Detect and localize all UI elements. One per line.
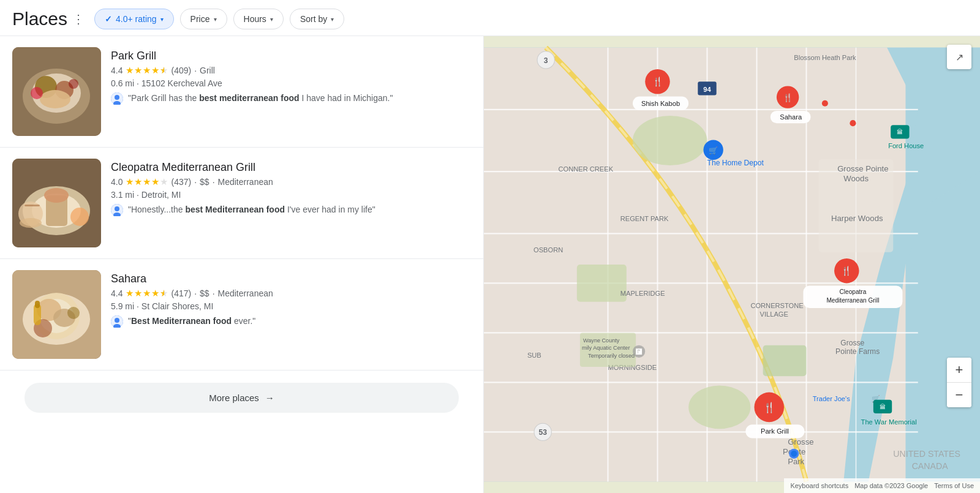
star-3: ★ (143, 65, 151, 76)
svg-text:🏛: 🏛 (897, 129, 903, 135)
cuisine-type: Grill (200, 66, 215, 75)
map-expand-button[interactable]: ↗ (947, 45, 971, 69)
review-count: (409) (171, 66, 191, 75)
place-name: Sahara (111, 273, 471, 285)
svg-rect-31 (35, 301, 40, 308)
review-text: "Park Grill has the best mediterranean f… (128, 92, 393, 105)
svg-text:🏛: 🏛 (880, 404, 886, 410)
svg-text:Wayne County: Wayne County (583, 337, 620, 344)
svg-text:Ford House: Ford House (888, 142, 924, 149)
main-content: Park Grill 4.4 ★ ★ ★ ★ ★ ★ (409) · (0, 36, 980, 493)
svg-text:🍴: 🍴 (783, 92, 793, 103)
place-info: Cleopatra Mediterranean Grill 4.0 ★ ★ ★ … (111, 159, 471, 216)
svg-text:Grosse: Grosse (840, 339, 864, 347)
rating-number: 4.0 (111, 177, 123, 187)
star-1: ★ (126, 288, 134, 299)
star-half: ★ ★ (160, 65, 168, 76)
place-image (12, 159, 101, 247)
rating-row: 4.4 ★ ★ ★ ★ ★ ★ (417) · $$ · (111, 288, 471, 299)
svg-text:94: 94 (703, 86, 711, 93)
map-data: Map data ©2023 Google (854, 482, 928, 489)
address: 15102 Kercheval Ave (141, 78, 222, 88)
expand-icon: ↗ (956, 51, 963, 63)
address: St Clair Shores, MI (141, 301, 213, 311)
list-item[interactable]: Park Grill 4.4 ★ ★ ★ ★ ★ ★ (409) · (0, 36, 483, 148)
place-image (12, 270, 101, 359)
place-info: Park Grill 4.4 ★ ★ ★ ★ ★ ★ (409) · (111, 47, 471, 105)
review-count: (437) (171, 177, 191, 187)
svg-text:Sahara: Sahara (780, 113, 802, 121)
svg-text:🍴: 🍴 (841, 265, 852, 276)
place-name: Cleopatra Mediterranean Grill (111, 161, 471, 174)
svg-text:MAPLERIDGE: MAPLERIDGE (620, 290, 665, 297)
star-3: ★ (143, 288, 151, 299)
distance: 0.6 mi (111, 78, 134, 88)
review-count: (417) (171, 288, 191, 298)
more-options-icon[interactable]: ⋮ (72, 12, 85, 26)
chevron-down-icon: ▾ (331, 16, 334, 23)
svg-text:mily Aquatic Center: mily Aquatic Center (582, 345, 630, 351)
review-row: "Park Grill has the best mediterranean f… (111, 92, 471, 105)
svg-point-52 (633, 116, 707, 165)
avatar (111, 92, 123, 105)
price-filter[interactable]: Price ▾ (180, 9, 227, 29)
star-5: ★ (160, 176, 168, 187)
svg-text:Mediterranean Grill: Mediterranean Grill (826, 297, 879, 304)
star-4: ★ (151, 176, 159, 187)
svg-point-7 (69, 79, 78, 89)
arrow-icon: → (265, 393, 274, 403)
zoom-out-button[interactable]: − (947, 383, 971, 407)
location-row: 3.1 mi · Detroit, MI (111, 190, 471, 200)
svg-text:Shish Kabob: Shish Kabob (641, 100, 680, 107)
food-image-svg (12, 270, 101, 359)
keyboard-shortcuts[interactable]: Keyboard shortcuts (790, 482, 848, 489)
svg-point-15 (44, 188, 69, 203)
star-2: ★ (134, 288, 142, 299)
review-text: "Honestly...the best Mediterranean food … (128, 203, 375, 216)
stars: ★ ★ ★ ★ ★ ★ (126, 65, 168, 76)
price: $$ (200, 177, 209, 187)
avatar (111, 204, 123, 216)
svg-text:Harper Woods: Harper Woods (831, 214, 883, 223)
svg-point-18 (70, 208, 89, 226)
chevron-down-icon: ▾ (270, 16, 273, 23)
svg-point-99 (822, 100, 828, 107)
svg-point-34 (115, 318, 119, 323)
list-item[interactable]: Sahara 4.4 ★ ★ ★ ★ ★ ★ (417) · (0, 259, 483, 371)
rating-row: 4.0 ★ ★ ★ ★ ★ (437) · $$ · Mediterranean (111, 176, 471, 187)
review-row: "Honestly...the best Mediterranean food … (111, 203, 471, 216)
check-icon: ✓ (105, 14, 112, 24)
sortby-filter[interactable]: Sort by ▾ (290, 9, 344, 29)
star-half: ★ ★ (160, 288, 168, 299)
stars: ★ ★ ★ ★ ★ (126, 176, 168, 187)
svg-rect-53 (577, 265, 627, 302)
place-image (12, 47, 101, 136)
svg-text:SUB: SUB (527, 352, 541, 359)
hours-filter[interactable]: Hours ▾ (233, 9, 284, 29)
svg-text:Blossom Heath Park: Blossom Heath Park (794, 54, 856, 61)
svg-text:VILLAGE: VILLAGE (760, 310, 788, 318)
svg-point-32 (67, 307, 80, 319)
svg-point-54 (688, 385, 750, 429)
rating-row: 4.4 ★ ★ ★ ★ ★ ★ (409) · Grill (111, 65, 471, 76)
distance: 3.1 mi (111, 190, 134, 200)
svg-text:Grosse Pointe: Grosse Pointe (837, 164, 888, 173)
zoom-in-button[interactable]: + (947, 358, 971, 382)
zoom-controls: + − (947, 358, 971, 407)
terms-link[interactable]: Terms of Use (934, 482, 974, 489)
location-row: 0.6 mi · 15102 Kercheval Ave (111, 78, 471, 88)
cuisine-type: Mediterranean (218, 288, 273, 298)
map-container: 3 53 94 CONNER CREEK REGENT PARK OSBORN … (484, 36, 980, 493)
svg-text:🛒: 🛒 (709, 146, 718, 156)
more-places-label: More places (209, 393, 259, 403)
star-1: ★ (126, 65, 134, 76)
svg-text:Cleopatra: Cleopatra (840, 288, 867, 295)
star-4: ★ (151, 288, 159, 299)
list-item[interactable]: Cleopatra Mediterranean Grill 4.0 ★ ★ ★ … (0, 148, 483, 259)
more-places-button[interactable]: More places → (24, 383, 459, 413)
location-row: 5.9 mi · St Clair Shores, MI (111, 301, 471, 311)
svg-point-100 (850, 120, 856, 126)
svg-point-6 (31, 87, 43, 99)
rating-filter[interactable]: ✓ 4.0+ rating ▾ (94, 9, 174, 29)
star-3: ★ (143, 176, 151, 187)
